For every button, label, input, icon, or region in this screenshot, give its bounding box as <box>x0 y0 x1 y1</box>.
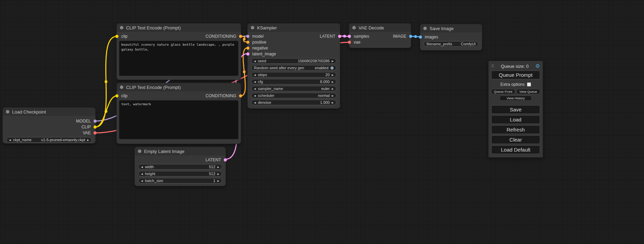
view-history-button[interactable]: View History <box>500 96 532 101</box>
collapse-dot-icon[interactable] <box>138 150 141 153</box>
decrement-arrow-icon[interactable]: ◀ <box>254 94 256 97</box>
drag-handle-icon[interactable]: ⠿ <box>491 64 494 69</box>
input-pin-images[interactable] <box>419 35 422 38</box>
collapse-dot-icon[interactable] <box>6 110 9 114</box>
collapse-dot-icon[interactable] <box>352 26 356 29</box>
node-title-bar[interactable]: VAE Decode <box>349 24 411 32</box>
decrement-arrow-icon[interactable]: ◀ <box>254 88 256 90</box>
node-title-bar[interactable]: Load Checkpoint <box>3 108 95 116</box>
decrement-arrow-icon[interactable]: ◀ <box>9 139 11 141</box>
output-pin-vae[interactable] <box>94 131 97 134</box>
queue-prompt-button[interactable]: Queue Prompt <box>491 71 540 79</box>
collapse-dot-icon[interactable] <box>120 85 123 89</box>
wire-midpoint-dot <box>343 35 346 38</box>
node-title-bar[interactable]: Empty Latent Image <box>135 147 226 155</box>
widget-cfg[interactable]: ◀ cfg 8.000 ▶ <box>251 79 336 84</box>
widget-scheduler[interactable]: ◀ scheduler normal ▶ <box>251 93 336 98</box>
widget-filename-prefix[interactable]: filename_prefix ComfyUI <box>424 41 478 47</box>
widget-steps[interactable]: ◀ steps 20 ▶ <box>251 72 336 78</box>
load-default-button[interactable]: Load Default <box>491 145 540 154</box>
node-title-bar[interactable]: Save Image <box>420 24 482 33</box>
collapse-dot-icon[interactable] <box>423 27 427 30</box>
increment-arrow-icon[interactable]: ▶ <box>218 166 219 168</box>
input-pin-model[interactable] <box>246 35 249 38</box>
input-pin-vae[interactable] <box>348 40 351 44</box>
input-pin-clip[interactable] <box>115 35 118 38</box>
decrement-arrow-icon[interactable]: ◀ <box>254 74 256 76</box>
save-button[interactable]: Save <box>491 105 540 114</box>
node-clip-text-encode-negative[interactable]: CLIP Text Encode (Prompt) clip CONDITION… <box>117 83 241 144</box>
output-slot-clip: CLIP <box>3 124 95 130</box>
output-pin-latent[interactable] <box>338 35 341 38</box>
output-pin-conditioning[interactable] <box>239 35 242 38</box>
output-pin-clip[interactable] <box>94 125 97 128</box>
extra-options-checkbox[interactable] <box>527 82 531 87</box>
node-title-bar[interactable]: CLIP Text Encode (Prompt) <box>117 24 241 32</box>
input-slot-latent-image: latent_image <box>248 51 340 57</box>
node-empty-latent-image[interactable]: Empty Latent Image LATENT ◀ width 512 ▶ … <box>135 147 226 186</box>
wire-clip-2 <box>95 96 117 127</box>
decrement-arrow-icon[interactable]: ◀ <box>254 101 256 104</box>
prompt-textarea[interactable]: text, watermark <box>119 100 238 139</box>
increment-arrow-icon[interactable]: ▶ <box>332 88 334 90</box>
widget-control-after-generate[interactable]: Random seed after every gen enabled <box>251 65 336 71</box>
increment-arrow-icon[interactable]: ▶ <box>218 173 219 175</box>
widget-denoise[interactable]: ◀ denoise 1.000 ▶ <box>251 100 336 105</box>
node-title-bar[interactable]: KSampler <box>248 24 340 32</box>
output-pin-image[interactable] <box>409 35 412 38</box>
input-pin-latent-image[interactable] <box>246 52 249 55</box>
widget-sampler-name[interactable]: ◀ sampler_name euler ▶ <box>251 86 336 91</box>
queue-size-label: Queue size: 0 <box>494 64 535 69</box>
decrement-arrow-icon[interactable]: ◀ <box>141 166 143 168</box>
view-queue-button[interactable]: View Queue <box>517 89 540 94</box>
collapse-dot-icon[interactable] <box>251 26 254 29</box>
node-title: KSampler <box>257 25 277 30</box>
load-button[interactable]: Load <box>491 115 540 124</box>
widget-ckpt-name[interactable]: ◀ ckpt_name v1-5-pruned-emaonly.ckpt ▶ <box>6 137 92 143</box>
increment-arrow-icon[interactable]: ▶ <box>332 81 334 83</box>
input-pin-positive[interactable] <box>246 40 249 44</box>
input-slot-negative: negative <box>248 45 340 51</box>
increment-arrow-icon[interactable]: ▶ <box>218 180 219 182</box>
node-title: CLIP Text Encode (Prompt) <box>126 25 181 30</box>
prompt-textarea[interactable]: beautiful scenery nature glass bottle la… <box>119 41 238 76</box>
node-clip-text-encode-positive[interactable]: CLIP Text Encode (Prompt) clip CONDITION… <box>117 24 241 80</box>
slot-row: clip CONDITIONING <box>117 93 241 99</box>
node-save-image[interactable]: Save Image images filename_prefix ComfyU… <box>420 24 482 50</box>
input-pin-samples[interactable] <box>348 35 351 38</box>
node-title-bar[interactable]: CLIP Text Encode (Prompt) <box>117 83 241 91</box>
output-pin-model[interactable] <box>94 119 97 123</box>
input-pin-negative[interactable] <box>246 46 249 49</box>
node-load-checkpoint[interactable]: Load Checkpoint MODEL CLIP VAE ◀ ckpt_na… <box>3 108 95 143</box>
increment-arrow-icon[interactable]: ▶ <box>332 101 334 104</box>
queue-front-button[interactable]: Queue Front <box>491 89 515 94</box>
widget-height[interactable]: ◀ height 512 ▶ <box>138 171 222 177</box>
refresh-button[interactable]: Refresh <box>491 125 540 134</box>
increment-arrow-icon[interactable]: ▶ <box>87 139 89 141</box>
input-pin-clip[interactable] <box>115 94 118 97</box>
wire-midpoint-dot <box>243 38 246 40</box>
output-pin-latent[interactable] <box>224 158 227 161</box>
widget-batch-size[interactable]: ◀ batch_size 1 ▶ <box>138 178 222 183</box>
wire-midpoint-dot <box>414 35 417 38</box>
decrement-arrow-icon[interactable]: ◀ <box>141 173 143 175</box>
node-ksampler[interactable]: KSampler model LATENT positive negative … <box>248 24 340 108</box>
widget-width[interactable]: ◀ width 512 ▶ <box>138 164 222 170</box>
decrement-arrow-icon[interactable]: ◀ <box>141 180 143 182</box>
settings-gear-icon[interactable]: ⚙ <box>536 63 540 69</box>
node-vae-decode[interactable]: VAE Decode samples IMAGE vae <box>349 24 411 48</box>
decrement-arrow-icon[interactable]: ◀ <box>254 81 256 83</box>
increment-arrow-icon[interactable]: ▶ <box>332 94 334 97</box>
output-pin-conditioning[interactable] <box>239 94 242 97</box>
wire-midpoint-dot <box>105 110 107 113</box>
wire-clip-1 <box>95 36 117 127</box>
collapse-dot-icon[interactable] <box>120 26 123 29</box>
increment-arrow-icon[interactable]: ▶ <box>332 74 334 76</box>
increment-arrow-icon[interactable]: ▶ <box>332 60 334 62</box>
decrement-arrow-icon[interactable]: ◀ <box>254 60 256 62</box>
queue-small-buttons-row: Queue Front View Queue <box>491 88 540 94</box>
clear-button[interactable]: Clear <box>491 135 540 144</box>
toggle-knob-icon[interactable] <box>330 66 334 70</box>
widget-seed[interactable]: ◀ seed 156680208700286 ▶ <box>251 58 336 64</box>
graph-canvas[interactable]: Load Checkpoint MODEL CLIP VAE ◀ ckpt_na… <box>0 0 644 244</box>
